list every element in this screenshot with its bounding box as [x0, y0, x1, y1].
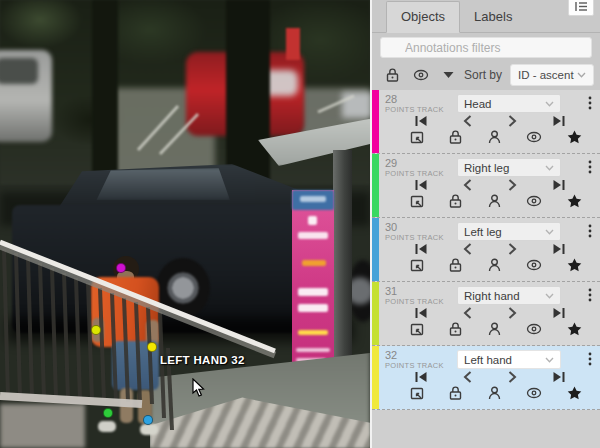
pin-track-button[interactable]: [567, 130, 582, 144]
switch-outside-button[interactable]: [410, 131, 424, 144]
switch-occluded-button[interactable]: [488, 386, 501, 400]
track-menu-button[interactable]: [584, 286, 596, 304]
pin-track-button[interactable]: [567, 258, 582, 272]
chevron-down-icon: [545, 357, 554, 363]
track-actions-row: [372, 191, 600, 208]
select-box-icon: [410, 259, 424, 272]
switch-outside-button[interactable]: [410, 195, 424, 208]
sort-order-select[interactable]: ID - ascent: [510, 64, 594, 86]
pin-track-button[interactable]: [567, 322, 582, 336]
first-keyframe-button[interactable]: [414, 115, 428, 127]
pin-track-button[interactable]: [567, 386, 582, 400]
keypoint-left-leg[interactable]: [143, 415, 153, 425]
object-track-row-29[interactable]: 29 POINTS TRACK Right leg: [372, 154, 600, 218]
last-keyframe-button[interactable]: [552, 307, 566, 319]
label-select[interactable]: Head: [457, 94, 561, 113]
lock-icon: [449, 130, 462, 144]
prev-keyframe-button[interactable]: [463, 179, 472, 191]
prev-keyframe-button[interactable]: [463, 307, 472, 319]
label-select-value: Right hand: [464, 290, 520, 302]
object-track-row-30[interactable]: 30 POINTS TRACK Left leg: [372, 218, 600, 282]
lock-track-button[interactable]: [449, 130, 462, 144]
switch-occluded-button[interactable]: [488, 258, 501, 272]
label-select[interactable]: Left leg: [457, 222, 561, 241]
next-keyframe-button[interactable]: [508, 115, 517, 127]
track-type: POINTS TRACK: [385, 170, 457, 178]
lock-track-button[interactable]: [449, 386, 462, 400]
lock-all-button[interactable]: [386, 68, 399, 82]
first-keyframe-button[interactable]: [414, 307, 428, 319]
eye-icon: [526, 195, 542, 207]
last-keyframe-button[interactable]: [552, 243, 566, 255]
hide-all-button[interactable]: [413, 69, 429, 81]
chevron-down-icon: [545, 165, 554, 171]
chevron-right-icon: [508, 307, 517, 319]
tab-labels[interactable]: Labels: [460, 2, 526, 32]
switch-outside-button[interactable]: [410, 323, 424, 336]
first-keyframe-button[interactable]: [414, 179, 428, 191]
track-menu-button[interactable]: [584, 94, 596, 112]
track-menu-button[interactable]: [584, 222, 596, 240]
label-select[interactable]: Right hand: [457, 286, 561, 305]
annotation-canvas[interactable]: LEFT HAND 32: [0, 0, 370, 448]
switch-occluded-button[interactable]: [488, 130, 501, 144]
hide-track-button[interactable]: [526, 195, 542, 207]
lock-track-button[interactable]: [449, 258, 462, 272]
object-track-row-31[interactable]: 31 POINTS TRACK Right hand: [372, 282, 600, 346]
object-track-row-28[interactable]: 28 POINTS TRACK Head: [372, 90, 600, 154]
last-keyframe-button[interactable]: [552, 115, 566, 127]
next-keyframe-button[interactable]: [508, 179, 517, 191]
hide-track-button[interactable]: [526, 259, 542, 271]
tab-objects[interactable]: Objects: [386, 1, 460, 33]
pin-track-button[interactable]: [567, 194, 582, 208]
first-keyframe-icon: [414, 307, 428, 319]
label-select[interactable]: Right leg: [457, 158, 561, 177]
chevron-right-icon: [508, 179, 517, 191]
person-icon: [488, 194, 501, 208]
global-controls-row: Sort by ID - ascent: [372, 60, 600, 90]
expand-all-button[interactable]: [443, 71, 454, 79]
person-icon: [488, 258, 501, 272]
annotations-filter-input[interactable]: [380, 37, 592, 58]
label-select-value: Head: [464, 98, 492, 110]
prev-keyframe-button[interactable]: [463, 243, 472, 255]
last-keyframe-button[interactable]: [552, 371, 566, 383]
prev-keyframe-button[interactable]: [463, 371, 472, 383]
next-keyframe-button[interactable]: [508, 307, 517, 319]
next-keyframe-button[interactable]: [508, 371, 517, 383]
chevron-down-icon: [545, 293, 554, 299]
last-keyframe-button[interactable]: [552, 179, 566, 191]
track-menu-button[interactable]: [584, 350, 596, 368]
hide-track-button[interactable]: [526, 387, 542, 399]
next-keyframe-button[interactable]: [508, 243, 517, 255]
star-icon: [567, 130, 582, 144]
keypoint-left-hand[interactable]: [147, 342, 157, 352]
annotation-app: LEFT HAND 32 Objects Labels: [0, 0, 600, 448]
lock-icon: [449, 258, 462, 272]
hide-track-button[interactable]: [526, 131, 542, 143]
keypoint-head[interactable]: [116, 263, 126, 273]
prev-keyframe-button[interactable]: [463, 115, 472, 127]
mouse-cursor: [192, 378, 206, 398]
first-keyframe-button[interactable]: [414, 371, 428, 383]
lock-track-button[interactable]: [449, 322, 462, 336]
label-select[interactable]: Left hand: [457, 350, 561, 369]
lock-track-button[interactable]: [449, 194, 462, 208]
switch-outside-button[interactable]: [410, 387, 424, 400]
track-id: 31: [385, 286, 457, 298]
objects-list: 28 POINTS TRACK Head: [372, 90, 600, 410]
first-keyframe-button[interactable]: [414, 243, 428, 255]
keypoint-right-leg[interactable]: [103, 408, 113, 418]
switch-outside-button[interactable]: [410, 259, 424, 272]
object-track-row-32[interactable]: 32 POINTS TRACK Left hand: [372, 346, 600, 410]
hide-track-button[interactable]: [526, 323, 542, 335]
keyframe-nav-row: [372, 241, 600, 255]
sort-by-label: Sort by: [464, 68, 502, 82]
track-menu-button[interactable]: [584, 158, 596, 176]
keypoint-right-hand[interactable]: [91, 325, 101, 335]
track-header: 31 POINTS TRACK Right hand: [372, 282, 600, 305]
switch-occluded-button[interactable]: [488, 322, 501, 336]
kebab-menu-icon: [588, 96, 592, 110]
track-header: 28 POINTS TRACK Head: [372, 90, 600, 113]
switch-occluded-button[interactable]: [488, 194, 501, 208]
